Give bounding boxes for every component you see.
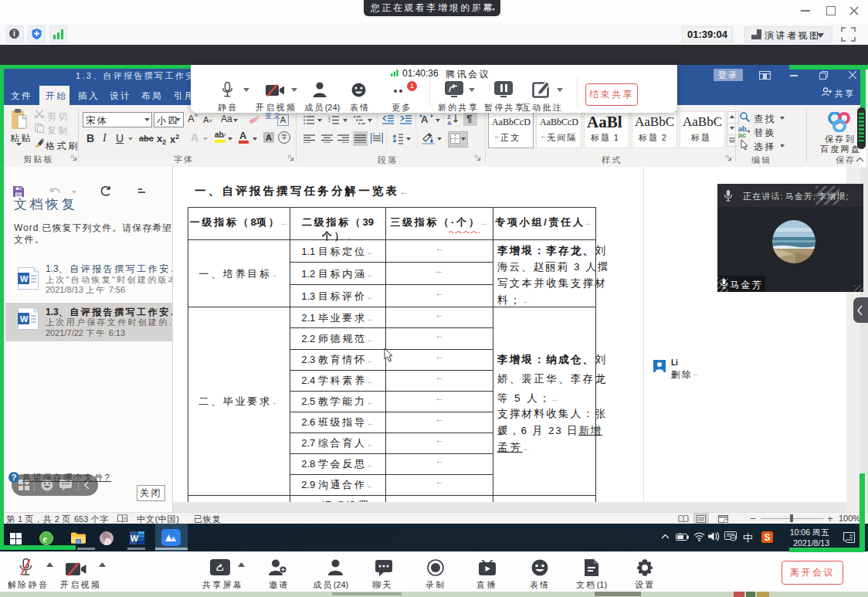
svg-text:W: W xyxy=(20,314,29,324)
svg-text:A: A xyxy=(421,114,429,124)
svg-text:A: A xyxy=(447,120,452,125)
svg-text:W: W xyxy=(131,534,139,543)
svg-text:W: W xyxy=(20,274,29,283)
svg-text:2: 2 xyxy=(328,118,331,123)
svg-text:e: e xyxy=(43,534,48,544)
